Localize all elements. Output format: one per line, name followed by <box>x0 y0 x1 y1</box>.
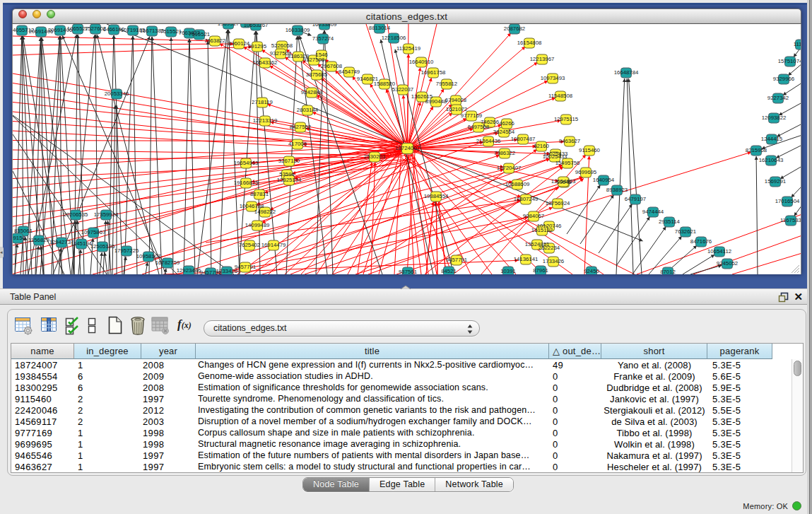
svg-text:8960124: 8960124 <box>228 40 250 47</box>
svg-text:92450: 92450 <box>584 268 599 274</box>
svg-text:2530203: 2530203 <box>364 153 385 160</box>
svg-text:10391: 10391 <box>500 268 516 274</box>
svg-text:1640954: 1640954 <box>593 177 615 183</box>
svg-text:9115460: 9115460 <box>579 147 600 153</box>
svg-text:84521: 84521 <box>441 268 457 274</box>
svg-text:8471676: 8471676 <box>690 238 712 245</box>
svg-text:3267130: 3267130 <box>278 158 300 164</box>
svg-text:9463627: 9463627 <box>559 138 580 144</box>
svg-text:1156829: 1156829 <box>28 237 49 243</box>
svg-text:2522234: 2522234 <box>539 245 560 251</box>
svg-text:19384554: 19384554 <box>424 193 449 199</box>
svg-text:7515521: 7515521 <box>189 31 210 37</box>
svg-text:10975867: 10975867 <box>81 229 106 235</box>
svg-text:12093822: 12093822 <box>762 115 787 121</box>
svg-text:15495756: 15495756 <box>555 160 580 166</box>
svg-text:15720407: 15720407 <box>497 165 522 171</box>
svg-text:20053346: 20053346 <box>105 90 129 97</box>
svg-text:9457791: 9457791 <box>235 264 256 270</box>
svg-text:13325194: 13325194 <box>277 177 302 183</box>
svg-text:16033809: 16033809 <box>312 24 337 28</box>
svg-text:9474444: 9474444 <box>642 209 664 215</box>
svg-text:8990448: 8990448 <box>425 98 447 105</box>
svg-text:9457791: 9457791 <box>446 257 467 263</box>
svg-text:87961: 87961 <box>533 267 548 274</box>
svg-text:16782759: 16782759 <box>155 259 180 266</box>
svg-text:16543362: 16543362 <box>253 59 278 66</box>
svg-text:1145194: 1145194 <box>71 240 92 247</box>
svg-text:14099489: 14099489 <box>245 222 270 228</box>
svg-text:6794028: 6794028 <box>445 97 466 103</box>
svg-text:937561: 937561 <box>399 269 417 274</box>
svg-text:15751074: 15751074 <box>778 58 801 64</box>
svg-text:6497568: 6497568 <box>468 124 489 130</box>
svg-text:1569291: 1569291 <box>765 178 786 185</box>
svg-text:7986322: 7986322 <box>494 150 515 156</box>
svg-text:5226058: 5226058 <box>271 42 293 49</box>
svg-text:20206535: 20206535 <box>64 211 88 218</box>
svg-text:16210643: 16210643 <box>759 157 784 163</box>
svg-text:10025433: 10025433 <box>543 153 567 160</box>
svg-text:835061: 835061 <box>14 228 33 234</box>
svg-text:12975115: 12975115 <box>554 116 579 122</box>
svg-text:21364436: 21364436 <box>476 138 501 144</box>
svg-text:87012: 87012 <box>660 269 676 274</box>
svg-text:7357274: 7357274 <box>312 35 334 42</box>
svg-text:13654923: 13654923 <box>551 178 576 185</box>
svg-text:8813014: 8813014 <box>369 25 391 31</box>
svg-text:1244415: 1244415 <box>761 136 783 142</box>
svg-text:18807249: 18807249 <box>514 196 539 202</box>
svg-text:1615132: 1615132 <box>531 227 553 233</box>
svg-text:2087682: 2087682 <box>504 25 525 32</box>
svg-text:9777169: 9777169 <box>461 112 482 119</box>
svg-text:46266: 46266 <box>499 120 514 127</box>
svg-text:2803144: 2803144 <box>297 107 319 113</box>
svg-text:9245052: 9245052 <box>717 260 738 267</box>
svg-text:6479197: 6479197 <box>625 196 646 202</box>
svg-text:1546: 1546 <box>315 52 327 58</box>
svg-text:9227342: 9227342 <box>767 95 789 101</box>
svg-text:16640910: 16640910 <box>409 59 434 65</box>
svg-text:1733426: 1733426 <box>543 258 564 264</box>
svg-text:2718119: 2718119 <box>252 99 273 105</box>
svg-text:16961758: 16961758 <box>421 69 446 76</box>
svg-text:17016504: 17016504 <box>775 198 800 204</box>
svg-text:9329966: 9329966 <box>773 76 794 82</box>
svg-text:10756924: 10756924 <box>546 200 570 206</box>
svg-text:12213967: 12213967 <box>530 56 555 62</box>
svg-text:417006: 417006 <box>288 141 307 147</box>
svg-text:19654963: 19654963 <box>234 160 259 166</box>
svg-text:19166825: 19166825 <box>234 180 259 186</box>
svg-text:10654112: 10654112 <box>707 248 731 255</box>
svg-text:8454749: 8454749 <box>339 69 360 75</box>
svg-text:10973493: 10973493 <box>541 75 565 81</box>
svg-text:10958107: 10958107 <box>136 253 161 259</box>
svg-text:62160: 62160 <box>534 143 549 149</box>
svg-text:17359924: 17359924 <box>94 211 119 218</box>
svg-text:1167533: 1167533 <box>780 217 801 223</box>
svg-text:8427552: 8427552 <box>290 124 311 130</box>
svg-text:9084067: 9084067 <box>523 213 544 219</box>
svg-text:16033809: 16033809 <box>286 27 310 33</box>
svg-text:7632621: 7632621 <box>675 228 696 235</box>
svg-text:3624554: 3624554 <box>493 129 515 135</box>
svg-text:11170: 11170 <box>794 41 801 47</box>
svg-text:7663822: 7663822 <box>204 37 225 44</box>
svg-text:1498222: 1498222 <box>254 209 276 215</box>
svg-text:11325419: 11325419 <box>396 45 420 52</box>
svg-text:3875685: 3875685 <box>306 71 328 78</box>
svg-text:1621072: 1621072 <box>446 106 467 112</box>
svg-text:5322037: 5322037 <box>392 86 413 93</box>
svg-text:8215958: 8215958 <box>746 147 767 153</box>
svg-text:39154: 39154 <box>13 235 26 241</box>
svg-text:16154808: 16154808 <box>517 40 542 46</box>
svg-text:12213319: 12213319 <box>253 117 278 124</box>
svg-text:14136141: 14136141 <box>514 256 539 262</box>
svg-text:11548508: 11548508 <box>548 93 572 99</box>
svg-text:9699695: 9699695 <box>575 169 597 175</box>
svg-text:10688609: 10688609 <box>505 181 530 187</box>
svg-text:9242848: 9242848 <box>301 89 322 95</box>
svg-text:7625402: 7625402 <box>239 242 260 248</box>
svg-text:887831: 887831 <box>250 191 269 197</box>
svg-text:10807487: 10807487 <box>511 136 536 142</box>
